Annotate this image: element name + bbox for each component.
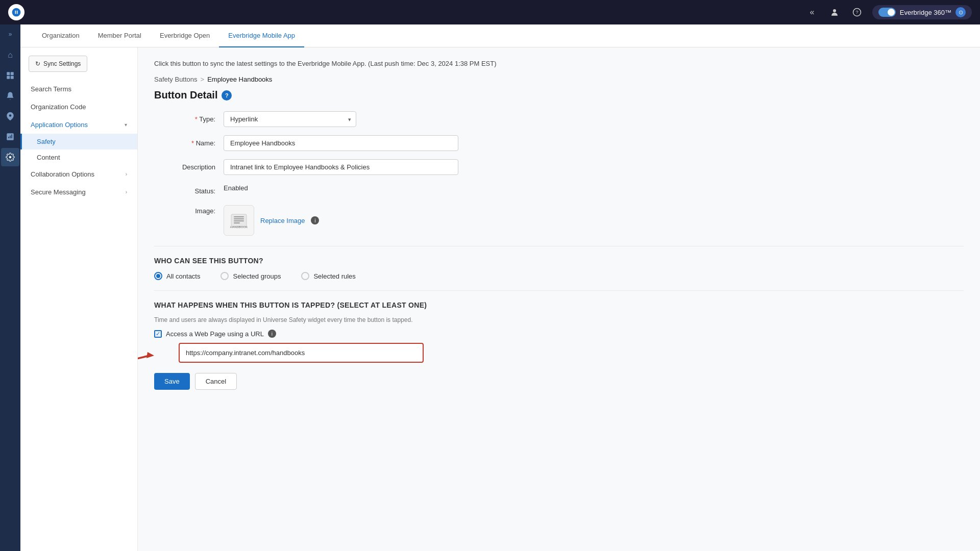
svg-rect-6	[11, 76, 14, 79]
sync-settings-button[interactable]: ↻ Sync Settings	[29, 56, 87, 72]
url-input-container	[166, 343, 424, 363]
topbar-right: « ? Everbridge 360™ ⊙	[805, 5, 972, 19]
access-webpage-label: Access a Web Page using a URL	[166, 330, 264, 338]
status-control: Enabled	[224, 183, 458, 192]
tab-member-portal[interactable]: Member Portal	[89, 24, 151, 47]
sidebar-item-reports[interactable]	[1, 128, 19, 146]
svg-rect-4	[11, 72, 14, 75]
url-section	[154, 343, 964, 363]
svg-rect-17	[234, 222, 240, 223]
sidebar-item-location[interactable]	[1, 107, 19, 126]
url-input[interactable]	[181, 345, 422, 361]
radio-selected-groups-circle	[220, 272, 229, 280]
image-field-row: Image: HANDBOOK	[154, 203, 964, 236]
nav-content[interactable]: Content	[20, 149, 137, 165]
type-select-wrapper: Hyperlink ▾	[224, 111, 356, 127]
sync-icon: ↻	[35, 60, 40, 67]
toggle-circle-icon: ⊙	[955, 7, 966, 17]
image-area: HANDBOOK Replace Image i	[224, 203, 458, 236]
name-control	[224, 135, 458, 151]
button-detail-title: Button Detail ?	[154, 89, 964, 101]
save-button[interactable]: Save	[154, 373, 190, 390]
secure-messaging-chevron: ›	[126, 189, 127, 195]
sidebar-item-contacts[interactable]	[1, 66, 19, 85]
nav-organization-code[interactable]: Organization Code	[20, 98, 137, 116]
sidebar-item-home[interactable]: ⌂	[1, 46, 19, 64]
collaboration-options-chevron: ›	[126, 171, 127, 177]
access-webpage-checkbox-row: ✓ Access a Web Page using a URL i	[154, 330, 964, 338]
toggle-label: Everbridge 360™	[900, 9, 951, 16]
radio-selected-rules[interactable]: Selected rules	[301, 272, 355, 280]
breadcrumb-separator: >	[201, 76, 205, 83]
action-section-subtext: Time and users are always displayed in U…	[154, 316, 964, 323]
help-icon[interactable]: ?	[850, 5, 864, 19]
content-area: ↻ Sync Settings Search Terms Organizatio…	[20, 47, 980, 551]
description-control	[224, 159, 458, 175]
name-field-row: * Name:	[154, 135, 964, 151]
svg-marker-19	[146, 352, 154, 358]
type-control: Hyperlink ▾	[224, 111, 458, 127]
svg-rect-3	[7, 72, 10, 75]
status-field-row: Status: Enabled	[154, 183, 964, 195]
arrow-annotation	[138, 333, 164, 373]
visibility-radio-group: All contacts Selected groups Selected ru…	[154, 272, 964, 280]
tabs-bar: Organization Member Portal Everbridge Op…	[20, 24, 980, 47]
name-label: * Name:	[154, 135, 215, 147]
name-input[interactable]	[224, 135, 458, 151]
breadcrumb-parent[interactable]: Safety Buttons	[154, 76, 198, 83]
form-buttons: Save Cancel	[154, 373, 964, 390]
sidebar-item-settings[interactable]	[1, 148, 19, 166]
main-panel: Click this button to sync the latest set…	[138, 47, 980, 551]
cancel-button[interactable]: Cancel	[195, 373, 237, 390]
main-wrapper: Organization Member Portal Everbridge Op…	[20, 24, 980, 551]
sidebar: » ⌂	[0, 24, 20, 551]
svg-text:?: ?	[855, 9, 859, 15]
replace-image-info-icon[interactable]: i	[311, 216, 319, 224]
radio-selected-rules-circle	[301, 272, 309, 280]
divider-1	[154, 246, 964, 246]
svg-rect-15	[234, 218, 244, 219]
description-input[interactable]	[224, 159, 458, 175]
svg-rect-5	[7, 76, 10, 79]
button-detail-help-icon[interactable]: ?	[222, 90, 232, 101]
radio-all-contacts[interactable]: All contacts	[154, 272, 200, 280]
application-options-chevron: ▾	[125, 122, 127, 128]
svg-point-12	[9, 156, 12, 159]
url-input-wrapper	[179, 343, 424, 363]
everbridge-360-toggle[interactable]: Everbridge 360™ ⊙	[872, 5, 972, 19]
sync-button-label: Sync Settings	[43, 60, 81, 67]
visibility-section-title: WHO CAN SEE THIS BUTTON?	[154, 257, 964, 265]
divider-2	[154, 290, 964, 291]
action-section-title: WHAT HAPPENS WHEN THIS BUTTON IS TAPPED?…	[154, 301, 964, 309]
image-thumbnail: HANDBOOK	[224, 205, 254, 236]
nav-application-options[interactable]: Application Options ▾	[20, 116, 137, 134]
radio-all-contacts-circle	[154, 272, 162, 280]
tab-organization[interactable]: Organization	[33, 24, 89, 47]
tab-everbridge-mobile-app[interactable]: Everbridge Mobile App	[219, 24, 304, 47]
description-field-row: Description	[154, 159, 964, 175]
tab-everbridge-open[interactable]: Everbridge Open	[151, 24, 219, 47]
back-icon[interactable]: «	[805, 5, 819, 19]
svg-point-7	[9, 114, 12, 117]
nav-secure-messaging[interactable]: Secure Messaging ›	[20, 183, 137, 201]
radio-selected-groups[interactable]: Selected groups	[220, 272, 281, 280]
topbar: « ? Everbridge 360™ ⊙	[0, 0, 980, 24]
svg-point-0	[833, 9, 836, 12]
sidebar-collapse-toggle[interactable]: »	[7, 29, 14, 40]
replace-image-link[interactable]: Replace Image	[260, 217, 305, 224]
breadcrumb: Safety Buttons > Employee Handbooks	[154, 76, 964, 83]
image-label: Image:	[154, 203, 215, 215]
type-select[interactable]: Hyperlink	[224, 111, 356, 127]
image-control: HANDBOOK Replace Image i	[224, 203, 458, 236]
checkbox-check-icon: ✓	[156, 331, 160, 337]
toggle-switch	[878, 8, 896, 17]
access-webpage-info-icon[interactable]: i	[268, 330, 276, 338]
user-icon[interactable]	[827, 5, 842, 19]
sidebar-item-notifications[interactable]	[1, 87, 19, 105]
nav-search-terms[interactable]: Search Terms	[20, 80, 137, 98]
svg-rect-16	[234, 220, 244, 221]
nav-collaboration-options[interactable]: Collaboration Options ›	[20, 165, 137, 183]
sync-description: Click this button to sync the latest set…	[154, 60, 964, 67]
nav-safety[interactable]: Safety	[20, 134, 137, 149]
access-webpage-checkbox[interactable]: ✓	[154, 330, 162, 338]
